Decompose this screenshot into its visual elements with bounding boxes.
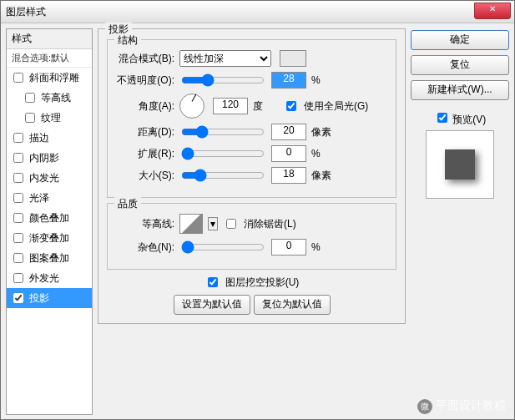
blend-mode-label: 混合模式(B): [116, 52, 174, 66]
contour-picker[interactable] [179, 214, 203, 234]
style-checkbox[interactable] [13, 153, 23, 163]
styles-header: 样式 [7, 29, 92, 49]
chevron-down-icon[interactable]: ▾ [208, 217, 218, 230]
titlebar: 图层样式 ✕ [1, 1, 514, 23]
quality-title: 品质 [114, 197, 141, 211]
size-input[interactable]: 18 [271, 167, 306, 184]
preview-label: 预览(V) [452, 114, 486, 125]
antialias-label: 消除锯齿(L) [244, 217, 296, 231]
style-item[interactable]: 斜面和浮雕 [7, 68, 92, 88]
spread-label: 扩展(R): [116, 147, 174, 161]
cancel-button[interactable]: 复位 [411, 55, 509, 75]
style-label: 内阴影 [29, 151, 59, 165]
structure-group: 结构 混合模式(B): 线性加深 不透明度(O): 28 % 角度(A): [107, 39, 396, 198]
style-checkbox[interactable] [13, 213, 23, 223]
preview-checkbox[interactable] [437, 113, 447, 123]
preview-square [445, 149, 475, 180]
style-checkbox[interactable] [25, 93, 35, 103]
style-label: 等高线 [41, 91, 71, 105]
antialias-checkbox[interactable] [226, 219, 236, 229]
distance-slider[interactable] [181, 125, 265, 139]
wechat-icon: 微 [417, 399, 432, 414]
structure-title: 结构 [114, 33, 141, 48]
style-label: 光泽 [29, 191, 49, 205]
style-label: 内发光 [29, 171, 59, 185]
new-style-button[interactable]: 新建样式(W)... [411, 80, 509, 100]
distance-input[interactable]: 20 [271, 124, 306, 140]
style-item[interactable]: 纹理 [7, 108, 92, 128]
spread-input[interactable]: 0 [271, 145, 306, 162]
blend-options-header[interactable]: 混合选项:默认 [7, 49, 92, 68]
style-label: 纹理 [41, 111, 61, 125]
style-label: 投影 [29, 291, 49, 306]
style-item[interactable]: 投影 [7, 288, 92, 308]
style-item[interactable]: 光泽 [7, 188, 92, 208]
quality-group: 品质 等高线: ▾ 消除锯齿(L) 杂色(N): 0 % [107, 203, 396, 270]
close-button[interactable]: ✕ [474, 3, 511, 19]
style-checkbox[interactable] [13, 193, 23, 203]
knockout-label: 图层挖空投影(U) [225, 276, 300, 290]
angle-unit: 度 [253, 99, 278, 114]
window-title: 图层样式 [6, 5, 46, 19]
style-checkbox[interactable] [13, 253, 23, 263]
style-checkbox[interactable] [13, 293, 23, 303]
contour-label: 等高线: [116, 217, 174, 231]
style-item[interactable]: 渐变叠加 [7, 228, 92, 248]
size-label: 大小(S): [116, 169, 174, 183]
ok-button[interactable]: 确定 [411, 30, 509, 50]
style-checkbox[interactable] [13, 173, 23, 183]
spread-slider[interactable] [181, 147, 265, 160]
knockout-checkbox[interactable] [208, 277, 218, 287]
style-checkbox[interactable] [25, 113, 35, 123]
noise-slider[interactable] [181, 240, 265, 254]
drop-shadow-section: 投影 结构 混合模式(B): 线性加深 不透明度(O): 28 % [98, 28, 406, 324]
style-checkbox[interactable] [13, 133, 23, 143]
settings-panel: 投影 结构 混合模式(B): 线性加深 不透明度(O): 28 % [98, 28, 406, 415]
distance-unit: 像素 [311, 125, 336, 139]
style-item[interactable]: 图案叠加 [7, 248, 92, 268]
opacity-label: 不透明度(O): [116, 73, 174, 88]
opacity-slider[interactable] [181, 73, 265, 87]
preview-canvas [426, 130, 494, 199]
global-light-checkbox[interactable] [286, 101, 296, 111]
style-label: 斜面和浮雕 [29, 71, 79, 85]
noise-unit: % [311, 241, 336, 253]
style-checkbox[interactable] [13, 273, 23, 283]
style-label: 描边 [29, 131, 49, 145]
size-unit: 像素 [311, 169, 336, 183]
style-label: 外发光 [29, 271, 59, 286]
size-slider[interactable] [181, 169, 265, 182]
distance-label: 距离(D): [116, 125, 174, 139]
style-item[interactable]: 内发光 [7, 168, 92, 188]
style-item[interactable]: 外发光 [7, 268, 92, 288]
style-item[interactable]: 颜色叠加 [7, 208, 92, 228]
style-item[interactable]: 等高线 [7, 88, 92, 108]
style-item[interactable]: 描边 [7, 128, 92, 148]
reset-default-button[interactable]: 复位为默认值 [254, 295, 331, 315]
angle-input[interactable]: 120 [213, 98, 248, 114]
style-checkbox[interactable] [13, 233, 23, 243]
watermark: 微平面设计教程 [417, 398, 506, 414]
style-label: 颜色叠加 [29, 211, 69, 225]
styles-list: 样式 混合选项:默认 斜面和浮雕等高线纹理描边内阴影内发光光泽颜色叠加渐变叠加图… [6, 28, 93, 415]
style-label: 渐变叠加 [29, 231, 69, 245]
opacity-input[interactable]: 28 [271, 72, 306, 89]
noise-label: 杂色(N): [116, 240, 174, 255]
style-checkbox[interactable] [13, 73, 23, 83]
color-swatch[interactable] [280, 50, 306, 67]
set-default-button[interactable]: 设置为默认值 [174, 295, 250, 315]
spread-unit: % [311, 148, 336, 159]
style-item[interactable]: 内阴影 [7, 148, 92, 168]
global-light-label: 使用全局光(G) [304, 99, 368, 114]
action-panel: 确定 复位 新建样式(W)... 预览(V) [411, 28, 509, 415]
opacity-unit: % [311, 74, 336, 86]
angle-label: 角度(A): [116, 99, 174, 114]
blend-mode-select[interactable]: 线性加深 [179, 50, 271, 67]
angle-dial[interactable] [179, 94, 204, 119]
noise-input[interactable]: 0 [271, 239, 306, 256]
layer-style-dialog: 图层样式 ✕ 样式 混合选项:默认 斜面和浮雕等高线纹理描边内阴影内发光光泽颜色… [0, 0, 515, 420]
style-label: 图案叠加 [29, 251, 69, 266]
